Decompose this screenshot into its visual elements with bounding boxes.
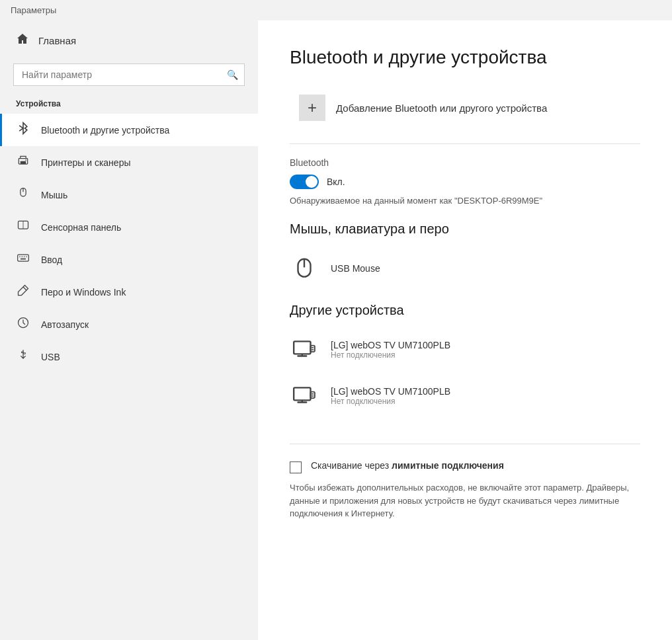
mouse-icon [16,186,30,203]
sidebar-section-title: Устройства [0,97,258,114]
metered-section: Скачивание через лимитные подключения Чт… [290,444,640,520]
bluetooth-icon [16,122,30,138]
usb-icon [16,348,30,365]
sidebar-item-printers-label: Принтеры и сканеры [41,157,130,168]
device-info-lg-tv-1: [LG] webOS TV UM7100PLB Нет подключения [331,340,450,360]
top-bar: Параметры [0,0,672,20]
device-name-lg-tv-1: [LG] webOS TV UM7100PLB [331,340,450,350]
toggle-knob [306,176,317,188]
page-title: Bluetooth и другие устройства [290,47,640,68]
home-icon [16,32,29,49]
device-tv-icon-1 [290,335,319,364]
bluetooth-toggle[interactable] [290,175,319,189]
home-label: Главная [38,35,76,46]
keyboard-icon [16,251,30,268]
svg-rect-16 [24,353,26,354]
sidebar-item-pen-label: Перо и Windows Ink [41,287,126,298]
metered-label-bold: лимитные подключения [392,460,504,471]
search-icon[interactable]: 🔍 [227,69,238,80]
sidebar-item-pen[interactable]: Перо и Windows Ink [0,276,258,308]
sidebar-item-usb-label: USB [41,352,60,362]
svg-rect-19 [294,341,310,354]
sidebar-item-printers[interactable]: Принтеры и сканеры [0,146,258,179]
device-tv-icon-2 [290,381,319,411]
divider-1 [290,143,640,144]
device-item-usb-mouse[interactable]: USB Mouse [290,247,640,290]
metered-description: Чтобы избежать дополнительных расходов, … [290,481,640,520]
device-mouse-icon [290,254,319,283]
svg-point-2 [25,159,26,161]
other-devices-heading: Другие устройства [290,303,640,318]
metered-row: Скачивание через лимитные подключения [290,460,640,473]
device-name-lg-tv-2: [LG] webOS TV UM7100PLB [331,386,450,397]
sidebar-item-usb[interactable]: USB [0,340,258,373]
bluetooth-section: Bluetooth Вкл. Обнаруживаемое на данный … [290,157,640,206]
device-info-usb-mouse: USB Mouse [331,263,380,274]
sidebar: Главная 🔍 Устройства Bluetooth и другие … [0,20,258,640]
svg-rect-15 [22,352,24,353]
metered-label: Скачивание через лимитные подключения [311,460,504,471]
device-status-lg-tv-1: Нет подключения [331,350,450,360]
pen-icon [16,284,30,300]
plus-icon: + [308,99,317,117]
device-item-lg-tv-1[interactable]: [LG] webOS TV UM7100PLB Нет подключения [290,329,640,371]
sidebar-item-bluetooth-label: Bluetooth и другие устройства [41,125,169,136]
mouse-keyboard-heading: Мышь, клавиатура и перо [290,221,640,237]
sidebar-item-mouse[interactable]: Мышь [0,179,258,211]
main-container: Главная 🔍 Устройства Bluetooth и другие … [0,20,672,640]
device-item-lg-tv-2[interactable]: [LG] webOS TV UM7100PLB Нет подключения [290,375,640,417]
discoverable-text: Обнаруживаемое на данный момент как "DES… [290,196,640,206]
device-status-lg-tv-2: Нет подключения [331,397,450,406]
metered-checkbox[interactable] [290,461,302,473]
svg-rect-1 [21,161,26,164]
add-device-button[interactable]: + Добавление Bluetooth или другого устро… [290,88,556,128]
touchpad-icon [16,219,30,235]
printer-icon [16,154,30,171]
sidebar-item-touchpad[interactable]: Сенсорная панель [0,211,258,243]
svg-line-13 [23,287,26,290]
sidebar-item-touchpad-label: Сенсорная панель [41,222,121,233]
toggle-on-label: Вкл. [327,177,345,187]
search-input[interactable] [13,63,245,86]
sidebar-item-bluetooth[interactable]: Bluetooth и другие устройства [0,114,258,146]
sidebar-item-input-label: Ввод [41,255,62,265]
sidebar-item-input[interactable]: Ввод [0,243,258,276]
add-device-label: Добавление Bluetooth или другого устройс… [336,102,547,114]
svg-rect-23 [294,387,310,400]
metered-label-part1: Скачивание через [311,460,392,471]
add-icon-box: + [299,95,325,121]
svg-rect-7 [18,255,29,261]
content-area: Bluetooth и другие устройства + Добавлен… [258,20,672,640]
sidebar-item-autorun[interactable]: Автозапуск [0,308,258,340]
bluetooth-label: Bluetooth [290,157,640,168]
toggle-row: Вкл. [290,175,640,189]
sidebar-item-autorun-label: Автозапуск [41,319,89,330]
app-title: Параметры [11,5,56,15]
sidebar-home-button[interactable]: Главная [0,20,258,61]
autorun-icon [16,316,30,333]
device-name-usb-mouse: USB Mouse [331,263,380,274]
device-info-lg-tv-2: [LG] webOS TV UM7100PLB Нет подключения [331,386,450,406]
sidebar-item-mouse-label: Мышь [41,190,67,200]
sidebar-search-container: 🔍 [13,63,245,86]
